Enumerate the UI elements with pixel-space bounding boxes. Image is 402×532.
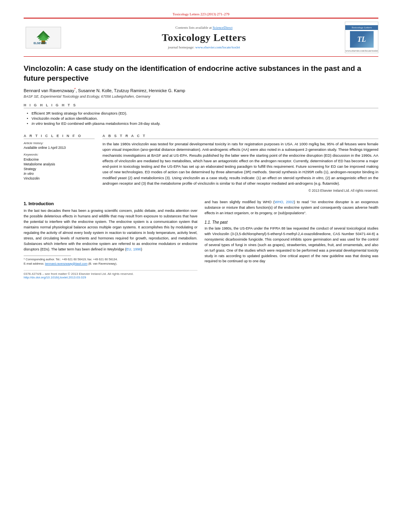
footnote-star: * Corresponding author. Tel.: +49 621 60… bbox=[24, 258, 197, 261]
tl-logo-letters: TL bbox=[357, 35, 366, 44]
footer-rights: 0378-4274/$ – see front matter © 2013 El… bbox=[24, 272, 197, 276]
highlight-item: Efficient 3R testing strategy for endocr… bbox=[27, 111, 378, 116]
article-reference-bar: Toxicology Letters 223 (2013) 271–279 bbox=[24, 12, 378, 16]
footer-bar: 0378-4274/$ – see front matter © 2013 El… bbox=[24, 270, 197, 279]
elsevier-tree-image: ELSEVIER bbox=[26, 27, 61, 48]
who-2002-link[interactable]: WHO, 2002 bbox=[275, 200, 294, 204]
journal-homepage: journal homepage: www.elsevier.com/locat… bbox=[67, 45, 341, 49]
affiliation: BASF SE, Experimental Toxicology and Eco… bbox=[24, 95, 378, 98]
keyword-item: Strategy bbox=[24, 167, 95, 171]
subsection-heading: 1.1. The past bbox=[205, 220, 378, 224]
article-title: Vinclozolin: A case study on the identif… bbox=[24, 64, 378, 83]
highlight-item: In vitro testing for ED combined with pl… bbox=[27, 121, 378, 126]
footer-doi: http://dx.doi.org/10.1016/j.toxlet.2013.… bbox=[24, 276, 197, 279]
keyword-item: In vitro bbox=[24, 171, 95, 176]
body-columns: 1. Introduction In the last two decades … bbox=[24, 200, 378, 279]
keywords-list: Endocrine Metabolome analysis Strategy I… bbox=[24, 157, 95, 181]
highlights-section: H I G H L I G H T S Efficient 3R testing… bbox=[24, 103, 378, 126]
tree-svg: ELSEVIER bbox=[32, 30, 55, 45]
intro-heading: 1. Introduction bbox=[24, 201, 197, 206]
copyright: © 2013 Elsevier Ireland Ltd. All rights … bbox=[102, 189, 378, 193]
article-title-section: Vinclozolin: A case study on the identif… bbox=[24, 64, 378, 98]
keyword-item: Endocrine bbox=[24, 157, 95, 162]
sciencedirect-link[interactable]: ScienceDirect bbox=[213, 26, 233, 30]
abstract-col: A B S T R A C T In the late 1980s vinclo… bbox=[102, 130, 378, 193]
eu-1996-link[interactable]: EU, 1996 bbox=[126, 247, 141, 251]
intro-para2-right: and has been slightly modified by WHO (W… bbox=[205, 200, 378, 216]
intro-para1: In the last two decades there has been a… bbox=[24, 208, 197, 252]
body-left-col: 1. Introduction In the last two decades … bbox=[24, 200, 197, 279]
journal-header: ELSEVIER Contents lists available at Sci… bbox=[24, 18, 378, 57]
article-ref-link[interactable]: Toxicology Letters 223 (2013) 271–279 bbox=[173, 12, 229, 16]
tl-logo: Toxicology Letters TL www.elsevier.com/l… bbox=[345, 22, 378, 53]
keywords-section: Keywords: Endocrine Metabolome analysis … bbox=[24, 153, 95, 181]
doi-link[interactable]: http://dx.doi.org/10.1016/j.toxlet.2013.… bbox=[24, 276, 86, 279]
tl-logo-bottom: www.elsevier.com/locate/toxlet bbox=[346, 49, 378, 53]
tl-logo-image: TL bbox=[350, 31, 374, 48]
keyword-item: Metabolome analysis bbox=[24, 162, 95, 167]
journal-title-area: Contents lists available at ScienceDirec… bbox=[63, 26, 345, 49]
page: Toxicology Letters 223 (2013) 271–279 EL… bbox=[0, 0, 402, 532]
svg-text:ELSEVIER: ELSEVIER bbox=[34, 42, 47, 44]
available-online: Available online 1 April 2013 bbox=[24, 146, 95, 150]
body-right-col: and has been slightly modified by WHO (W… bbox=[205, 200, 378, 279]
keywords-label: Keywords: bbox=[24, 153, 95, 156]
footnote-email: E-mail address: bennard.ravenzwaay@basf.… bbox=[24, 262, 197, 265]
tl-logo-top-text: Toxicology Letters bbox=[345, 25, 378, 30]
footnote-divider bbox=[24, 256, 71, 256]
highlight-item: Vinclozolin mode of action identificatio… bbox=[27, 116, 378, 121]
abstract-label: A B S T R A C T bbox=[102, 134, 378, 139]
article-history-label: Article history: bbox=[24, 141, 95, 145]
article-info-col: A R T I C L E I N F O Article history: A… bbox=[24, 130, 95, 193]
contents-available: Contents lists available at ScienceDirec… bbox=[67, 26, 341, 30]
keyword-item: Vinclozolin bbox=[24, 176, 95, 181]
tl-logo-inner: Toxicology Letters TL www.elsevier.com/l… bbox=[345, 25, 378, 53]
article-info-abstract: A R T I C L E I N F O Article history: A… bbox=[24, 130, 378, 193]
footnote-email-link[interactable]: bennard.ravenzwaay@basf.com bbox=[45, 262, 87, 265]
article-info-label: A R T I C L E I N F O bbox=[24, 134, 95, 139]
authors: Bennard van Ravenzwaay*, Susanne N. Koll… bbox=[24, 87, 378, 93]
article-history: Article history: Available online 1 Apri… bbox=[24, 141, 95, 150]
highlights-list: Efficient 3R testing strategy for endocr… bbox=[24, 111, 378, 126]
abstract-text: In the late 1980s vinclozolin was tested… bbox=[102, 141, 378, 186]
highlights-label: H I G H L I G H T S bbox=[24, 103, 378, 108]
elsevier-logo: ELSEVIER bbox=[24, 27, 63, 48]
journal-title: Toxicology Letters bbox=[67, 32, 341, 44]
subsection-text: In the late 1980s, the US-EPA under the … bbox=[205, 226, 378, 265]
journal-url-link[interactable]: www.elsevier.com/locate/toxlet bbox=[195, 45, 240, 49]
